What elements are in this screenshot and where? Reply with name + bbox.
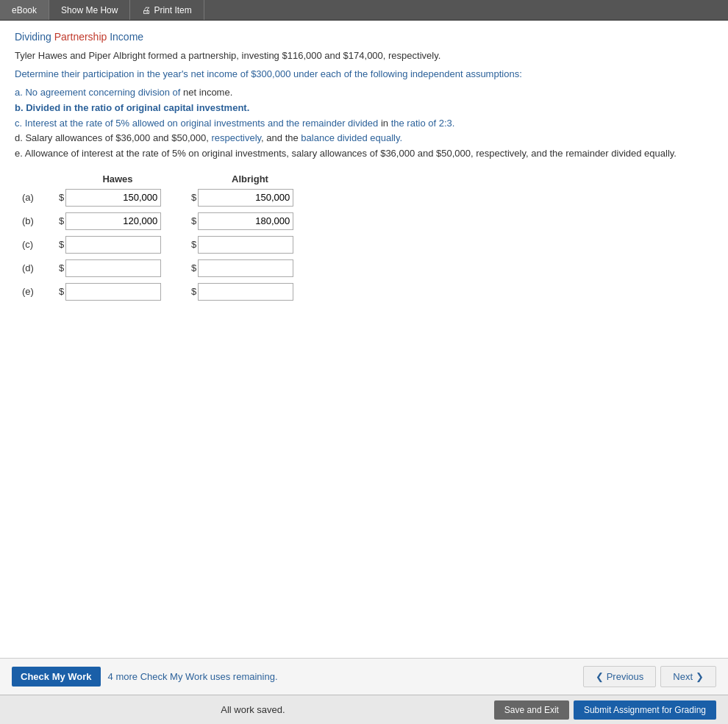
title-income: Income [110,31,143,43]
row-label-a: (a) [22,192,59,203]
albright-input-group-d: $ [191,259,309,277]
data-table: Hawes Albright (a) $ $ (b) $ $ [22,173,713,301]
previous-button[interactable]: Previous [583,666,657,687]
chevron-left-icon [596,671,604,682]
hawes-input-group-c: $ [59,236,176,254]
dollar-sign: $ [59,239,64,250]
footer-buttons: Save and Exit Submit Assignment for Grad… [494,700,716,720]
assumption-a: a. No agreement concerning division of n… [15,85,713,101]
table-row: (b) $ $ [22,212,713,230]
footer-bar: All work saved. Save and Exit Submit Ass… [0,695,728,724]
table-header: Hawes Albright [59,173,713,184]
dollar-sign: $ [59,286,64,297]
section-title: Dividing Partnership Income [15,31,713,43]
hawes-input-group-b: $ [59,212,176,230]
table-row: (e) $ $ [22,283,713,301]
title-dividing: Dividing [15,31,51,43]
hawes-input-d[interactable] [65,259,161,277]
albright-input-b[interactable] [198,212,293,230]
footer-status: All work saved. [221,704,285,715]
intro-text: Tyler Hawes and Piper Albright formed a … [15,50,713,61]
assumption-e: e. Allowance of interest at the rate of … [15,146,713,162]
dollar-sign: $ [191,239,196,250]
title-partnership: Partnership [54,31,107,43]
header-albright: Albright [191,173,309,184]
hawes-input-group-e: $ [59,283,176,301]
albright-input-a[interactable] [198,189,293,207]
header-hawes: Hawes [59,173,176,184]
navigation-buttons: Previous Next [583,666,716,687]
row-label-c: (c) [22,239,59,250]
dollar-sign: $ [191,262,196,273]
albright-input-group-c: $ [191,236,309,254]
dollar-sign: $ [191,286,196,297]
dollar-sign: $ [59,262,64,273]
hawes-input-c[interactable] [65,236,161,254]
action-bar: Check My Work 4 more Check My Work uses … [0,658,728,695]
dollar-sign: $ [191,192,196,203]
albright-input-group-a: $ [191,189,309,207]
albright-input-c[interactable] [198,236,293,254]
dollar-sign: $ [191,215,196,226]
hawes-input-a[interactable] [65,189,161,207]
row-label-b: (b) [22,215,59,226]
print-icon [142,5,151,15]
albright-input-d[interactable] [198,259,293,277]
question-text: Determine their participation in the yea… [15,68,713,79]
table-row: (c) $ $ [22,236,713,254]
next-button[interactable]: Next [660,666,716,687]
toolbar: eBook Show Me How Print Item [0,0,728,21]
assumption-d: d. Salary allowances of $36,000 and $50,… [15,131,713,146]
check-remaining-text: 4 more Check My Work uses remaining. [108,671,278,682]
albright-input-e[interactable] [198,283,293,301]
check-my-work-button[interactable]: Check My Work [12,667,101,687]
dollar-sign: $ [59,215,64,226]
albright-input-group-e: $ [191,283,309,301]
assumption-b: b. Divided in the ratio of original capi… [15,101,713,116]
hawes-input-group-d: $ [59,259,176,277]
table-row: (d) $ $ [22,259,713,277]
ebook-button[interactable]: eBook [0,0,49,20]
submit-assignment-button[interactable]: Submit Assignment for Grading [574,700,716,720]
assumptions-list: a. No agreement concerning division of n… [15,85,713,162]
table-row: (a) $ $ [22,189,713,207]
main-content: Dividing Partnership Income Tyler Hawes … [0,21,728,660]
row-label-d: (d) [22,262,59,273]
chevron-right-icon [696,671,704,682]
hawes-input-b[interactable] [65,212,161,230]
hawes-input-e[interactable] [65,283,161,301]
assumption-c: c. Interest at the rate of 5% allowed on… [15,116,713,132]
dollar-sign: $ [59,192,64,203]
print-item-button[interactable]: Print Item [130,0,204,20]
albright-input-group-b: $ [191,212,309,230]
row-label-e: (e) [22,286,59,297]
show-me-how-button[interactable]: Show Me How [49,0,130,20]
hawes-input-group-a: $ [59,189,176,207]
save-and-exit-button[interactable]: Save and Exit [494,700,569,720]
